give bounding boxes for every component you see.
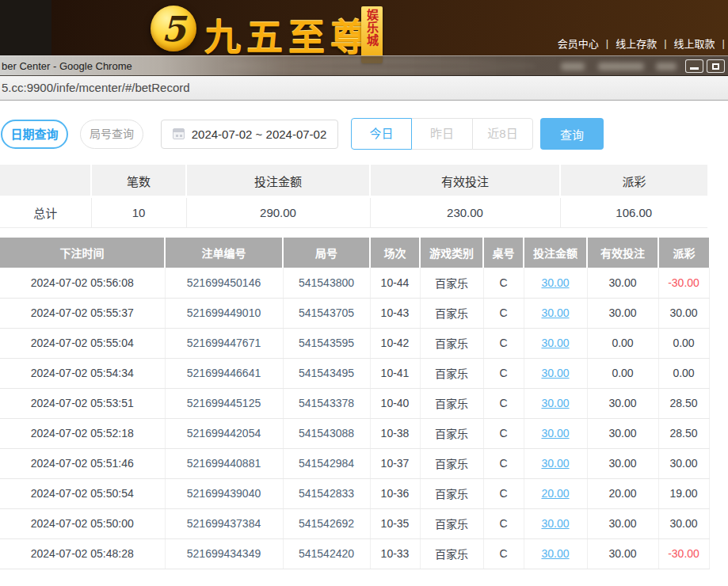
cell-session: 10-37 <box>370 448 420 478</box>
summary-header-bet-amount: 投注金额 <box>186 166 370 197</box>
cell-valid: 30.00 <box>587 538 658 569</box>
quick-range-group: 今日 昨日 近8日 <box>351 118 533 150</box>
table-row: 2024-07-02 05:50:00521699437384541542692… <box>0 508 709 538</box>
cell-game: 百家乐 <box>420 388 483 418</box>
bet-amount-link[interactable]: 30.00 <box>541 457 569 470</box>
page-url: 5.cc:9900/infe/mcenter/#/betRecord <box>2 81 190 94</box>
nav-separator: | <box>664 37 666 49</box>
cell-payout: -30.00 <box>658 268 709 298</box>
cell-amount: 30.00 <box>524 388 587 418</box>
cell-session: 10-41 <box>370 358 420 388</box>
round-query-tab[interactable]: 局号查询 <box>80 120 143 149</box>
table-row: 2024-07-02 05:48:28521699434349541542420… <box>0 538 709 569</box>
bet-amount-link[interactable]: 20.00 <box>541 487 569 500</box>
address-bar[interactable]: 5.cc:9900/infe/mcenter/#/betRecord <box>0 76 728 101</box>
member-center-link[interactable]: 会员中心 <box>558 36 599 51</box>
cell-table: C <box>483 328 524 358</box>
bet-table-body: 2024-07-02 05:56:08521699450146541543800… <box>0 268 709 569</box>
cell-table: C <box>483 358 524 388</box>
table-row: 2024-07-02 05:52:18521699442054541543088… <box>0 418 709 448</box>
cell-valid: 30.00 <box>587 298 658 328</box>
bet-amount-link[interactable]: 30.00 <box>541 337 569 349</box>
date-range-input[interactable]: 2024-07-02 ~ 2024-07-02 <box>161 120 338 149</box>
window-title-bar: ber Center - Google Chrome <box>0 55 728 76</box>
date-range-value: 2024-07-02 ~ 2024-07-02 <box>192 127 327 141</box>
blurred-info <box>598 63 644 70</box>
window-title: ber Center - Google Chrome <box>2 56 132 76</box>
brand-title: 九五至尊 <box>204 8 372 60</box>
yesterday-button[interactable]: 昨日 <box>412 118 473 150</box>
brand-logo-icon: 5 <box>151 6 196 51</box>
cell-payout: 0.00 <box>658 328 709 358</box>
cell-table: C <box>483 268 524 298</box>
summary-count-value: 10 <box>91 197 186 228</box>
online-withdraw-link[interactable]: 线上取款 <box>674 36 715 51</box>
cell-table: C <box>483 298 524 328</box>
blurred-info <box>561 63 585 70</box>
cell-valid: 0.00 <box>587 358 658 388</box>
bet-amount-link[interactable]: 30.00 <box>541 306 569 319</box>
bet-amount-link[interactable]: 30.00 <box>541 547 569 560</box>
last-8-days-button[interactable]: 近8日 <box>472 118 533 150</box>
cell-game: 百家乐 <box>420 268 483 298</box>
cell-valid: 30.00 <box>587 508 658 538</box>
search-button[interactable]: 查询 <box>540 118 604 150</box>
nav-separator: | <box>606 37 608 49</box>
decorative-swirl <box>226 61 535 71</box>
cell-amount: 30.00 <box>524 538 587 569</box>
column-header-game-type: 游戏类别 <box>420 238 483 268</box>
bet-amount-link[interactable]: 30.00 <box>541 427 569 440</box>
summary-bet-amount-value: 290.00 <box>186 197 370 228</box>
cell-bet-id: 521699447671 <box>165 328 283 358</box>
cell-session: 10-33 <box>370 538 420 569</box>
cell-table: C <box>483 418 524 448</box>
cell-amount: 30.00 <box>524 268 587 298</box>
cell-time: 2024-07-02 05:48:28 <box>0 538 165 569</box>
cell-round: 541543378 <box>283 388 370 418</box>
online-deposit-link[interactable]: 线上存款 <box>616 36 657 51</box>
cell-session: 10-38 <box>370 418 420 448</box>
summary-total-label: 总计 <box>0 197 91 228</box>
cell-bet-id: 521699437384 <box>165 508 283 538</box>
cell-round: 541542833 <box>283 478 370 508</box>
cell-time: 2024-07-02 05:53:51 <box>0 388 165 418</box>
bet-amount-link[interactable]: 30.00 <box>541 397 569 409</box>
summary-header-count: 笔数 <box>91 166 186 197</box>
cell-bet-id: 521699445125 <box>165 388 283 418</box>
cell-session: 10-40 <box>370 388 420 418</box>
cell-amount: 30.00 <box>524 508 587 538</box>
cell-valid: 30.00 <box>587 388 658 418</box>
cell-valid: 30.00 <box>587 268 658 298</box>
cell-payout: 0.00 <box>658 358 709 388</box>
cell-payout: 30.00 <box>658 448 709 478</box>
maximize-button[interactable] <box>707 59 725 73</box>
cell-bet-id: 521699440881 <box>165 448 283 478</box>
cell-time: 2024-07-02 05:52:18 <box>0 418 165 448</box>
cell-game: 百家乐 <box>420 298 483 328</box>
cell-bet-id: 521699434349 <box>165 538 283 569</box>
column-header-bet-amount: 投注金额 <box>524 238 587 268</box>
table-row: 2024-07-02 05:50:54521699439040541542833… <box>0 478 709 508</box>
cell-table: C <box>483 508 524 538</box>
bet-record-table: 下注时间 注单编号 局号 场次 游戏类别 桌号 投注金额 有效投注 派彩 202… <box>0 238 710 569</box>
column-header-bet-time: 下注时间 <box>0 238 165 268</box>
cell-round: 541543595 <box>283 328 370 358</box>
minimize-button[interactable] <box>685 59 703 73</box>
today-button[interactable]: 今日 <box>351 118 412 150</box>
cell-time: 2024-07-02 05:56:08 <box>0 268 165 298</box>
cell-table: C <box>483 478 524 508</box>
bet-amount-link[interactable]: 30.00 <box>541 517 569 530</box>
date-query-tab[interactable]: 日期查询 <box>1 120 68 149</box>
maximize-icon <box>712 63 719 70</box>
table-row: 2024-07-02 05:55:04521699447671541543595… <box>0 328 709 358</box>
bet-amount-link[interactable]: 30.00 <box>541 367 569 379</box>
cell-session: 10-42 <box>370 328 420 358</box>
cell-session: 10-43 <box>370 298 420 328</box>
cell-game: 百家乐 <box>420 538 483 569</box>
cell-time: 2024-07-02 05:50:00 <box>0 508 165 538</box>
bet-table-header-row: 下注时间 注单编号 局号 场次 游戏类别 桌号 投注金额 有效投注 派彩 <box>0 238 709 268</box>
cell-round: 541542984 <box>283 448 370 478</box>
cell-game: 百家乐 <box>420 448 483 478</box>
cell-bet-id: 521699449010 <box>165 298 283 328</box>
bet-amount-link[interactable]: 30.00 <box>541 276 569 289</box>
